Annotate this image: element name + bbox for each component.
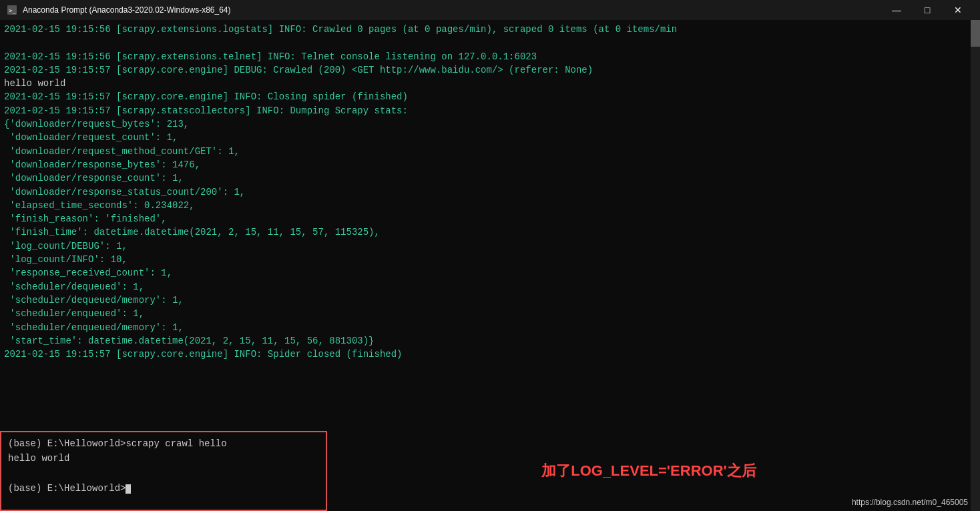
line-3: 2021-02-15 19:15:56 [scrapy.extensions.t… [4,50,976,63]
scrollbar[interactable] [971,20,980,511]
line-24: 'start_time': datetime.datetime(2021, 2,… [4,334,976,348]
line-22: 'scheduler/enqueued': 1, [4,307,976,320]
line-blank-1 [4,36,976,49]
line-19: 'response_received_count': 1, [4,266,976,280]
line-12: 'downloader/response_count': 1, [4,171,976,185]
svg-text:>_: >_ [9,7,16,14]
prompt-line-2: hello world [8,451,319,466]
maximize-button[interactable]: □ [912,0,943,20]
window-icon: >_ [7,5,17,15]
terminal-body[interactable]: 2021-02-15 19:15:56 [scrapy.extensions.l… [0,20,980,511]
terminal-window: >_ Anaconda Prompt (Anaconda3-2020.02-Wi… [0,0,980,511]
prompt-line-3: (base) E:\Helloworld> [8,481,319,496]
line-13: 'downloader/response_status_count/200': … [4,185,976,199]
scrollbar-thumb[interactable] [971,20,980,47]
line-6: 2021-02-15 19:15:57 [scrapy.core.engine]… [4,90,976,103]
line-18: 'log_count/INFO': 10, [4,253,976,266]
line-23: 'scheduler/enqueued/memory': 1, [4,321,976,334]
line-11: 'downloader/response_bytes': 1476, [4,158,976,171]
prompt-line-blank [8,466,319,481]
title-bar-controls: — □ ✕ [881,0,973,20]
line-1: 2021-02-15 19:15:56 [scrapy.extensions.l… [4,23,976,36]
line-16: 'finish_time': datetime.datetime(2021, 2… [4,225,976,239]
line-25: 2021-02-15 19:15:57 [scrapy.core.engine]… [4,348,976,361]
line-7: 2021-02-15 19:15:57 [scrapy.statscollect… [4,104,976,117]
title-bar-text: Anaconda Prompt (Anaconda3-2020.02-Windo… [23,5,881,15]
line-10: 'downloader/request_method_count/GET': 1… [4,145,976,158]
line-15: 'finish_reason': 'finished', [4,212,976,225]
bottom-section: (base) E:\Helloworld>scrapy crawl hello … [0,431,971,511]
line-5: hello world [4,77,976,90]
annotation-text: 加了LOG_LEVEL='ERROR'之后 [541,460,756,482]
line-8: {'downloader/request_bytes': 213, [4,117,976,131]
line-14: 'elapsed_time_seconds': 0.234022, [4,199,976,212]
line-20: 'scheduler/dequeued': 1, [4,280,976,294]
line-17: 'log_count/DEBUG': 1, [4,239,976,253]
close-button[interactable]: ✕ [943,0,973,20]
title-bar: >_ Anaconda Prompt (Anaconda3-2020.02-Wi… [0,0,980,20]
line-21: 'scheduler/dequeued/memory': 1, [4,294,976,307]
prompt-box: (base) E:\Helloworld>scrapy crawl hello … [0,431,327,511]
minimize-button[interactable]: — [881,0,912,20]
prompt-line-1: (base) E:\Helloworld>scrapy crawl hello [8,436,319,451]
line-9: 'downloader/request_count': 1, [4,131,976,144]
line-4: 2021-02-15 19:15:57 [scrapy.core.engine]… [4,63,976,77]
terminal-output: 2021-02-15 19:15:56 [scrapy.extensions.l… [4,23,976,361]
watermark: https://blog.csdn.net/m0_465005 [852,497,968,508]
